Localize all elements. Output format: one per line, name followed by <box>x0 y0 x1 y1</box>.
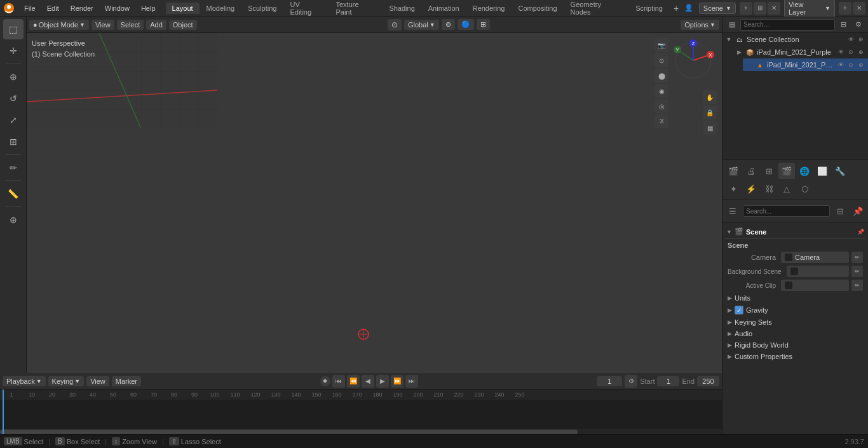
menu-edit[interactable]: Edit <box>42 3 64 13</box>
outliner-filter-icon[interactable]: ⊟ <box>836 18 850 32</box>
bg-scene-prop-value[interactable] <box>787 266 849 277</box>
custom-props-collapsible[interactable]: ▶ Custom Properties <box>725 351 865 362</box>
mesh-render[interactable]: ⊕ <box>857 60 865 69</box>
tab-geometry-nodes[interactable]: Geometry Nodes <box>564 0 629 18</box>
keying-sets-collapsible[interactable]: ▶ Keying Sets <box>725 316 865 328</box>
timeline-playback-menu[interactable]: Playback ▼ <box>3 376 46 386</box>
play-reverse-btn[interactable]: ◀ <box>362 375 374 388</box>
tool-cursor[interactable]: ✛ <box>3 41 24 61</box>
mesh-select[interactable]: ⊙ <box>846 60 855 69</box>
prop-tab-view-layer[interactable]: ⊞ <box>761 163 777 179</box>
ipad-render[interactable]: ⊕ <box>857 48 865 57</box>
menu-render[interactable]: Render <box>65 3 98 13</box>
tool-rotate[interactable]: ↺ <box>3 88 24 109</box>
tab-animation[interactable]: Animation <box>422 3 466 14</box>
prop-pin-icon[interactable]: 📌 <box>850 203 865 219</box>
tool-annotate[interactable]: ✏ <box>3 158 24 178</box>
viewport-view-menu[interactable]: View <box>92 20 114 30</box>
prop-tab-output[interactable]: 🖨 <box>743 163 759 179</box>
ipad-visibility[interactable]: 👁 <box>836 48 845 57</box>
tab-modeling[interactable]: Modeling <box>200 3 241 14</box>
active-clip-edit-btn[interactable]: ✏ <box>851 280 863 291</box>
camera-prop-value[interactable]: Camera <box>781 252 849 263</box>
viewport-overlay[interactable]: ⧖ <box>654 114 668 128</box>
tab-add[interactable]: + <box>670 3 682 13</box>
gravity-collapsible[interactable]: ▶ ✓ Gravity <box>725 304 865 316</box>
snap-toggle[interactable]: 🔵 <box>458 19 474 30</box>
view-layer-del-btn[interactable]: ✕ <box>853 2 865 15</box>
viewport-camera-icon[interactable]: 📷 <box>654 38 668 52</box>
scene-add-btn[interactable]: + <box>740 2 752 15</box>
tool-select[interactable]: ⬚ <box>3 19 24 39</box>
scene-del-btn[interactable]: ✕ <box>768 2 780 15</box>
current-frame-input[interactable]: 1 <box>597 376 622 386</box>
scene-section-pin[interactable]: 📌 <box>857 229 864 235</box>
viewport-select-menu[interactable]: Select <box>117 20 144 30</box>
prop-tab-object[interactable]: ⬜ <box>814 163 831 179</box>
transform-pivot[interactable]: ⊙ <box>388 19 402 31</box>
camera-edit-btn[interactable]: ✏ <box>851 252 863 263</box>
viewport-scene[interactable]: 🍎 User Perspective (1) Scene Collection <box>27 33 722 373</box>
prop-tab-constraints[interactable]: ⛓ <box>761 180 777 197</box>
prop-tab-render[interactable]: 🎬 <box>725 163 742 179</box>
mirror-toggle[interactable]: ⊞ <box>477 19 490 30</box>
ipad-select[interactable]: ⊙ <box>846 48 855 57</box>
tool-move[interactable]: ⊕ <box>3 67 24 87</box>
properties-search-input[interactable] <box>743 205 830 217</box>
outliner-ipad-mesh[interactable]: ▲ iPad_Mini_2021_Purple 👁 ⊙ ⊕ <box>743 58 868 71</box>
rigid-body-world-collapsible[interactable]: ▶ Rigid Body World <box>725 339 865 351</box>
timeline-keying-menu[interactable]: Keying ▼ <box>48 376 85 386</box>
units-collapsible[interactable]: ▶ Units <box>725 292 865 304</box>
mesh-visibility[interactable]: 👁 <box>836 60 845 69</box>
prop-scene-section-header[interactable]: ▼ 🎬 Scene 📌 <box>725 225 865 238</box>
timeline-view-menu[interactable]: View <box>86 376 109 386</box>
collection-render[interactable]: ⊕ <box>857 35 865 44</box>
prop-tab-scene[interactable]: 🎬 <box>778 163 795 179</box>
outliner-view-icon[interactable]: ▤ <box>725 18 739 32</box>
play-btn[interactable]: ▶ <box>376 375 389 388</box>
prop-tab-physics[interactable]: ⚡ <box>743 180 759 197</box>
viewport-object-menu[interactable]: Object <box>169 20 197 30</box>
tool-transform[interactable]: ⊞ <box>3 132 24 152</box>
tab-layout[interactable]: Layout <box>166 3 200 14</box>
end-frame-input[interactable]: 250 <box>697 376 719 386</box>
prop-tab-material[interactable]: ⬡ <box>796 180 813 197</box>
mode-selector[interactable]: ● Object Mode ▼ <box>29 20 89 30</box>
record-btn[interactable]: ⏺ <box>320 376 330 386</box>
tab-compositing[interactable]: Compositing <box>512 3 563 14</box>
prop-tab-particles[interactable]: ✦ <box>725 180 742 197</box>
viewport-view-icon[interactable]: ⊙ <box>654 53 668 67</box>
transform-global[interactable]: Global ▼ <box>404 20 439 30</box>
scene-copy-btn[interactable]: ⊞ <box>754 2 766 15</box>
view-layer-dropdown[interactable]: View Layer ▼ <box>784 0 835 18</box>
audio-collapsible[interactable]: ▶ Audio <box>725 328 865 339</box>
expand-ipad-collection[interactable]: ▶ <box>735 48 743 56</box>
active-clip-prop-value[interactable] <box>781 280 849 291</box>
start-frame-input[interactable]: 1 <box>657 376 679 386</box>
menu-window[interactable]: Window <box>100 3 135 13</box>
prop-tab-world[interactable]: 🌐 <box>796 163 813 179</box>
tab-sculpting[interactable]: Sculpting <box>241 3 283 14</box>
timeline-marker-menu[interactable]: Marker <box>112 376 141 386</box>
outliner-ipad-collection[interactable]: ▶ 📦 iPad_Mini_2021_Purple 👁 ⊙ ⊕ <box>733 46 868 58</box>
viewport-shading-material[interactable]: ◉ <box>654 84 668 98</box>
prop-tab-object-data[interactable]: △ <box>778 180 795 197</box>
prop-tab-modifier[interactable]: 🔧 <box>832 163 848 179</box>
prop-options-icon[interactable]: ⊟ <box>832 203 848 219</box>
outliner-options-icon[interactable]: ⚙ <box>851 18 865 32</box>
outliner-scene-collection[interactable]: ▼ 🗂 Scene Collection 👁 ⊕ <box>722 33 868 46</box>
collection-visibility[interactable]: 👁 <box>846 35 855 44</box>
bg-scene-edit-btn[interactable]: ✏ <box>851 266 863 277</box>
timeline-scrollbar-thumb[interactable] <box>0 430 578 434</box>
viewport-hand-icon[interactable]: ✋ <box>703 90 717 104</box>
menu-help[interactable]: Help <box>136 3 161 13</box>
prop-panel-icon[interactable]: ☰ <box>725 203 740 219</box>
tool-measure[interactable]: 📏 <box>3 184 24 204</box>
tool-scale[interactable]: ⤢ <box>3 110 24 130</box>
menu-file[interactable]: File <box>19 3 41 13</box>
proportional-edit[interactable]: ⊚ <box>442 19 455 30</box>
tab-texture-paint[interactable]: Texture Paint <box>329 0 382 18</box>
tab-shading[interactable]: Shading <box>383 3 421 14</box>
expand-scene-collection[interactable]: ▼ <box>725 36 733 43</box>
viewport-lock-icon[interactable]: 🔒 <box>703 105 717 119</box>
